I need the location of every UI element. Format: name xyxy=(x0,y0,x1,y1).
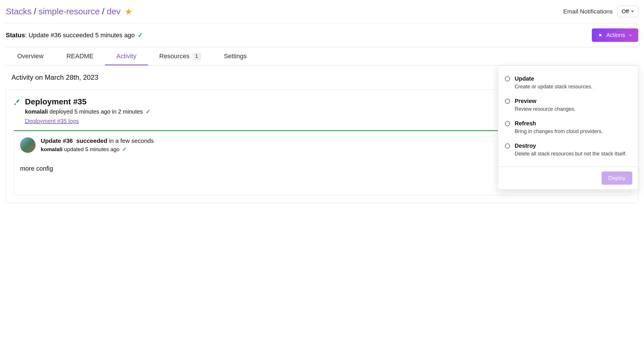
update-user: komalali xyxy=(41,146,63,152)
action-option-destroy[interactable]: Destroy Delete all stack resources but n… xyxy=(505,139,631,161)
actions-menu: Update Create or update stack resources.… xyxy=(498,65,638,190)
tab-resources-label: Resources xyxy=(159,52,190,60)
tab-resources[interactable]: Resources 1 xyxy=(148,47,212,65)
radio-icon xyxy=(505,76,510,81)
update-status: succeeded xyxy=(76,137,108,144)
radio-icon xyxy=(505,121,510,126)
status-text: Status: Update #36 succeeded 5 minutes a… xyxy=(6,32,143,39)
deployment-meta: komalali deployed 5 minutes ago in 2 min… xyxy=(25,108,151,115)
action-option-refresh[interactable]: Refresh Bring in changes from cloud prov… xyxy=(505,116,631,139)
star-icon[interactable]: ★ xyxy=(125,7,132,17)
option-desc: Review resource changes. xyxy=(515,106,575,112)
breadcrumb-stacks-link[interactable]: Stacks xyxy=(6,7,32,16)
email-notifications-label: Email Notifications xyxy=(563,8,613,15)
option-desc: Bring in changes from cloud providers. xyxy=(515,128,603,134)
commit-message: more config xyxy=(20,165,53,172)
status-label: Status xyxy=(6,32,25,39)
actions-button-label: Actions xyxy=(606,32,625,38)
breadcrumb-separator: / xyxy=(102,7,104,16)
resources-count-badge: 1 xyxy=(192,53,201,60)
check-icon: ✓ xyxy=(138,32,143,39)
option-title: Preview xyxy=(515,98,575,104)
breadcrumb: Stacks / simple-resource / dev ★ xyxy=(6,7,132,17)
email-notifications-dropdown[interactable]: Off xyxy=(617,6,638,17)
tab-activity[interactable]: Activity xyxy=(105,47,148,65)
radio-icon xyxy=(505,99,510,104)
tabs: Overview README Activity Resources 1 Set… xyxy=(6,47,638,65)
breadcrumb-project-link[interactable]: simple-resource xyxy=(38,7,99,16)
tab-overview[interactable]: Overview xyxy=(6,47,55,65)
rocket-icon xyxy=(598,33,603,38)
action-option-preview[interactable]: Preview Review resource changes. xyxy=(505,94,631,116)
option-title: Update xyxy=(515,75,592,82)
update-number: Update #36 xyxy=(41,137,73,144)
actions-button[interactable]: Actions xyxy=(592,28,638,42)
avatar xyxy=(20,137,36,153)
check-icon: ✓ xyxy=(146,108,151,115)
update-duration: in a few seconds xyxy=(109,137,154,144)
radio-icon xyxy=(505,143,510,149)
option-title: Refresh xyxy=(515,120,603,127)
breadcrumb-stack-link[interactable]: dev xyxy=(107,7,120,16)
deployment-user: komalali xyxy=(25,108,48,115)
update-meta-text: updated 5 minutes ago xyxy=(64,146,119,152)
rocket-icon xyxy=(13,98,21,108)
chevron-down-icon xyxy=(629,33,633,37)
breadcrumb-separator: / xyxy=(34,7,36,16)
tab-readme[interactable]: README xyxy=(55,47,105,65)
option-desc: Create or update stack resources. xyxy=(515,84,592,90)
option-title: Destroy xyxy=(515,143,627,149)
deploy-button[interactable]: Deploy xyxy=(602,171,632,185)
update-title: Update #36 succeeded in a few seconds xyxy=(41,137,154,144)
update-meta: komalali updated 5 minutes ago ✓ xyxy=(41,146,154,153)
email-notifications-value: Off xyxy=(622,8,629,15)
action-option-update[interactable]: Update Create or update stack resources. xyxy=(505,71,631,94)
deployment-title: Deployment #35 xyxy=(25,97,151,106)
tab-settings[interactable]: Settings xyxy=(212,47,258,65)
deployment-meta-text: deployed 5 minutes ago in 2 minutes xyxy=(50,108,143,115)
status-value: Update #36 succeeded 5 minutes ago xyxy=(28,32,135,39)
chevron-down-icon xyxy=(631,11,634,12)
check-icon: ✓ xyxy=(122,146,127,152)
option-desc: Delete all stack resources but not the s… xyxy=(515,151,627,157)
deployment-logs-link[interactable]: Deployment #35 logs xyxy=(25,118,79,124)
